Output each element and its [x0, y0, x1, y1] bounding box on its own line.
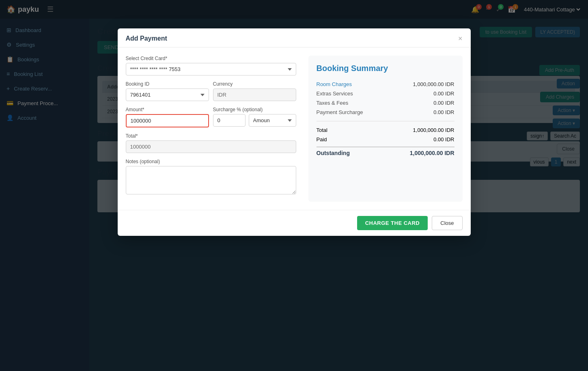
modal-backdrop: Add Payment × Select Credit Card* **** *… — [0, 0, 588, 371]
booking-id-group: Booking ID 7961401 — [126, 81, 209, 101]
summary-room-charges: Room Charges 1,000,000.00 IDR — [317, 80, 454, 89]
modal-body: Select Credit Card* **** **** **** **** … — [118, 47, 471, 210]
surcharge-type-select[interactable]: Amoun — [249, 114, 296, 127]
select-credit-card-group: Select Credit Card* **** **** **** **** … — [126, 56, 296, 75]
room-charges-value: 1,000,000.00 IDR — [413, 81, 454, 87]
summary-payment-surcharge: Payment Surcharge 0.00 IDR — [317, 108, 454, 117]
payment-form: Select Credit Card* **** **** **** **** … — [126, 56, 296, 202]
outstanding-value: 1,000,000.00 IDR — [410, 150, 454, 156]
summary-divider — [317, 121, 454, 121]
currency-group: Currency — [213, 81, 296, 101]
total-group: Total* — [126, 133, 296, 153]
charge-card-button[interactable]: CHARGE THE CARD — [357, 216, 428, 230]
payment-surcharge-value: 0.00 IDR — [433, 109, 454, 115]
extras-value: 0.00 IDR — [433, 91, 454, 97]
notes-label: Notes (optional) — [126, 159, 296, 164]
total-label: Total* — [126, 133, 296, 139]
paid-label: Paid — [317, 136, 327, 142]
notes-textarea[interactable] — [126, 166, 296, 194]
summary-paid: Paid 0.00 IDR — [317, 135, 454, 144]
currency-input[interactable] — [213, 88, 296, 101]
add-payment-modal: Add Payment × Select Credit Card* **** *… — [118, 28, 471, 236]
surcharge-input[interactable] — [213, 114, 246, 127]
summary-total: Total 1,000,000.00 IDR — [317, 125, 454, 135]
payment-surcharge-label: Payment Surcharge — [317, 109, 363, 115]
summary-extras: Extras Services 0.00 IDR — [317, 89, 454, 98]
outstanding-label: Outstanding — [317, 150, 350, 156]
taxes-label: Taxes & Fees — [317, 100, 349, 106]
taxes-value: 0.00 IDR — [433, 100, 454, 106]
amount-input[interactable] — [126, 114, 209, 127]
modal-footer: CHARGE THE CARD Close — [118, 210, 471, 236]
select-credit-card-input[interactable]: **** **** **** **** 7553 — [126, 63, 296, 75]
notes-group: Notes (optional) — [126, 159, 296, 196]
summary-taxes: Taxes & Fees 0.00 IDR — [317, 98, 454, 108]
booking-id-select[interactable]: 7961401 — [126, 88, 209, 101]
extras-label: Extras Services — [317, 91, 353, 97]
surcharge-group: Surcharge % (optional) Amoun — [213, 107, 296, 127]
select-credit-card-label: Select Credit Card* — [126, 56, 296, 61]
currency-label: Currency — [213, 81, 296, 87]
amount-label: Amount* — [126, 107, 209, 112]
amount-group: Amount* — [126, 107, 209, 127]
modal-title: Add Payment — [126, 35, 167, 42]
modal-header: Add Payment × — [118, 28, 471, 47]
summary-title: Booking Summary — [317, 64, 454, 73]
surcharge-row: Amoun — [213, 114, 296, 127]
paid-value: 0.00 IDR — [433, 136, 454, 142]
booking-summary-section: Booking Summary Room Charges 1,000,000.0… — [308, 56, 463, 202]
surcharge-label: Surcharge % (optional) — [213, 107, 296, 112]
total-row-value: 1,000,000.00 IDR — [413, 127, 454, 133]
room-charges-label[interactable]: Room Charges — [317, 81, 352, 87]
total-row-label: Total — [317, 127, 327, 133]
booking-currency-row: Booking ID 7961401 Currency — [126, 81, 296, 107]
close-modal-button[interactable]: Close — [432, 216, 462, 230]
modal-close-button[interactable]: × — [458, 35, 463, 42]
booking-id-label: Booking ID — [126, 81, 209, 87]
amount-surcharge-row: Amount* Surcharge % (optional) Amoun — [126, 107, 296, 133]
total-input[interactable] — [126, 140, 296, 153]
summary-outstanding: Outstanding 1,000,000.00 IDR — [317, 147, 454, 159]
